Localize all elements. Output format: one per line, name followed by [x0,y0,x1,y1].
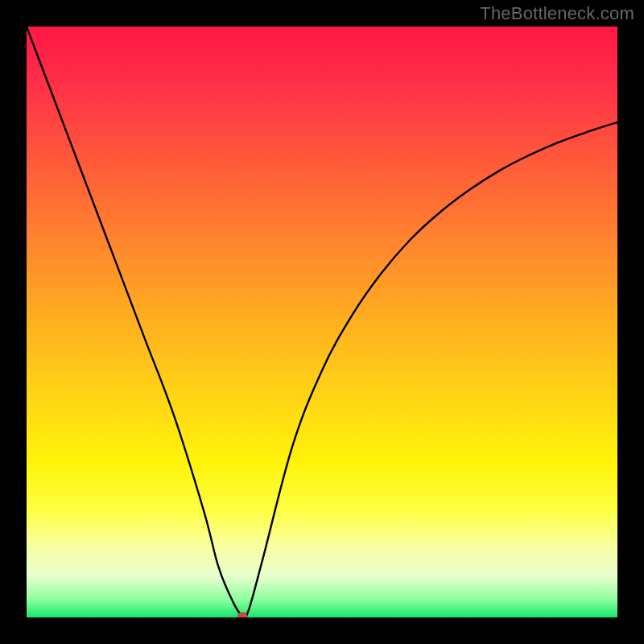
watermark-text: TheBottleneck.com [480,3,634,24]
plot-area [27,27,617,617]
chart-container: TheBottleneck.com [0,0,644,644]
minimum-marker [237,612,247,617]
bottleneck-curve [27,27,617,617]
curve-svg [27,27,617,617]
